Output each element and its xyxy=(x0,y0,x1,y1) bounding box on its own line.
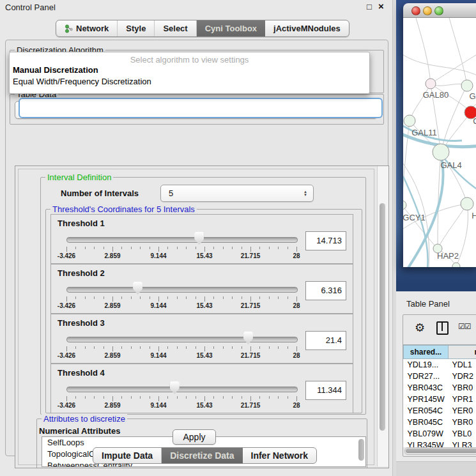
axis-tick-label: -3.426 xyxy=(47,252,86,259)
float-window-icon[interactable]: □ xyxy=(367,2,372,12)
tick-mark xyxy=(112,296,113,302)
table-cell[interactable]: YER054C xyxy=(404,405,449,417)
network-node[interactable] xyxy=(426,79,436,89)
threshold-slider-thumb[interactable] xyxy=(133,282,142,295)
tick-mark xyxy=(104,296,104,299)
network-node-label: HAP2 xyxy=(437,251,459,261)
table-panel-title: Table Panel xyxy=(406,299,450,309)
gear-icon[interactable]: ⚙ xyxy=(415,321,425,335)
tick-mark xyxy=(196,296,196,299)
threshold-slider-thumb[interactable] xyxy=(243,332,253,344)
table-cell[interactable]: YBL079W xyxy=(404,428,449,440)
bottom-tab-infer-network[interactable]: Infer Network xyxy=(243,448,316,463)
table-column-header[interactable]: shared... xyxy=(404,346,449,359)
tab-label: jActiveMNodules xyxy=(273,24,341,33)
axis-tick-label: 21.715 xyxy=(231,402,270,409)
table-row[interactable]: YBR043CYBR0 xyxy=(404,382,476,394)
close-traffic-light-icon[interactable] xyxy=(411,6,420,15)
table-cell[interactable]: YBR0 xyxy=(449,382,476,394)
threshold-value-field[interactable]: 14.713 xyxy=(305,231,346,250)
tick-mark xyxy=(250,296,251,302)
attributes-list-scrollbar[interactable] xyxy=(358,439,364,461)
table-row[interactable]: YBL079WYBL0 xyxy=(404,428,476,440)
table-cell[interactable]: YDL19... xyxy=(404,359,449,371)
threshold-slider-track[interactable] xyxy=(66,387,298,392)
network-node[interactable] xyxy=(461,80,473,91)
apply-button[interactable]: Apply xyxy=(173,429,216,445)
tab-network[interactable]: Network xyxy=(56,20,118,36)
node-attribute-table[interactable]: shared...naYDL19...YDL1YDR27...YDR2YBR04… xyxy=(403,344,476,447)
minimize-traffic-light-icon[interactable] xyxy=(423,6,432,15)
table-cell[interactable]: YBR043C xyxy=(404,382,449,394)
number-of-intervals-combobox[interactable]: 5 ▲▼ xyxy=(160,185,314,202)
table-row[interactable]: YBR045CYBR0 xyxy=(404,417,476,428)
settings-scrollbar-thumb[interactable] xyxy=(380,203,385,431)
threshold-value-field[interactable]: 6.316 xyxy=(305,281,346,300)
tick-mark xyxy=(296,346,297,351)
table-cell[interactable]: YDR2 xyxy=(449,371,476,382)
checked-box-icon[interactable]: ☑☑ xyxy=(458,322,471,331)
network-node[interactable] xyxy=(433,144,449,160)
table-row[interactable]: YDL19...YDL1 xyxy=(404,359,476,371)
tick-mark xyxy=(104,346,104,349)
bottom-tab-impute-data[interactable]: Impute Data xyxy=(93,448,162,463)
tab-select[interactable]: Select xyxy=(155,20,196,36)
algorithm-option-2[interactable]: Equal Width/Frequency Discretization xyxy=(12,77,367,88)
network-node[interactable] xyxy=(461,197,473,210)
network-node[interactable] xyxy=(404,115,415,127)
tab-label: Cyni Toolbox xyxy=(205,24,257,33)
columns-icon[interactable] xyxy=(436,321,449,335)
table-row[interactable]: YLR345WYLR3 xyxy=(404,440,476,447)
tick-mark xyxy=(150,346,150,349)
algorithm-option-1[interactable]: Manual Discretization xyxy=(12,65,367,76)
network-node[interactable] xyxy=(452,263,460,267)
table-cell[interactable]: YBL0 xyxy=(449,428,476,440)
network-window-titlebar[interactable] xyxy=(403,3,476,18)
settings-vertical-scrollbar[interactable] xyxy=(377,166,388,466)
table-cell[interactable]: YDR27... xyxy=(404,371,449,382)
axis-tick-label: 15.43 xyxy=(185,252,224,259)
tab-label: Network xyxy=(76,24,109,33)
table-cell[interactable]: YPR1 xyxy=(449,394,476,405)
bottom-tab-discretize-data[interactable]: Discretize Data xyxy=(162,448,242,463)
tick-mark xyxy=(177,396,178,399)
table-cell[interactable]: YER0 xyxy=(449,405,476,417)
threshold-value-field[interactable]: 21.4 xyxy=(305,331,346,350)
table-row[interactable]: YER054CYER0 xyxy=(404,405,476,417)
threshold-slider-track[interactable] xyxy=(66,287,298,293)
control-panel-titlebar: Control Panel □ × xyxy=(0,0,392,14)
threshold-slider-track[interactable] xyxy=(66,337,298,342)
table-column-header[interactable]: na xyxy=(449,346,476,359)
algorithm-combobox[interactable] xyxy=(19,98,383,118)
axis-tick-label: 2.859 xyxy=(93,402,132,409)
close-panel-icon[interactable]: × xyxy=(378,1,384,12)
table-cell[interactable]: YBR045C xyxy=(404,417,449,428)
tab-cyni-toolbox[interactable]: Cyni Toolbox xyxy=(197,20,265,36)
table-cell[interactable]: YBR0 xyxy=(449,417,476,428)
table-panel-footer-strip xyxy=(396,461,476,476)
table-cell[interactable]: YDL1 xyxy=(449,359,476,371)
network-graph-canvas[interactable]: GAL80GACGAL11GAL4GCY1HHAP2 xyxy=(403,18,476,267)
table-row[interactable]: YDR27...YDR2 xyxy=(404,371,476,382)
table-cell[interactable]: YLR345W xyxy=(404,440,449,447)
threshold-slider-thumb[interactable] xyxy=(170,381,180,394)
threshold-slider-thumb[interactable] xyxy=(194,232,204,245)
table-row[interactable]: YPR145WYPR1 xyxy=(404,394,476,405)
tick-mark xyxy=(158,346,159,351)
tab-style[interactable]: Style xyxy=(118,20,155,36)
table-cell[interactable]: YPR145W xyxy=(404,394,449,405)
tick-mark xyxy=(296,296,297,302)
table-horizontal-scrollbar[interactable] xyxy=(404,447,476,455)
threshold-slider-track[interactable] xyxy=(66,237,298,243)
tick-mark xyxy=(250,247,251,252)
axis-tick-label: 15.43 xyxy=(185,402,224,409)
threshold-value-field[interactable]: 11.344 xyxy=(305,381,346,400)
tick-mark xyxy=(259,346,260,349)
number-of-intervals-value: 5 xyxy=(161,188,300,198)
tab-jactivemnodules[interactable]: jActiveMNodules xyxy=(265,20,349,36)
network-node[interactable] xyxy=(403,201,406,210)
zoom-traffic-light-icon[interactable] xyxy=(434,6,443,15)
panel-title: Control Panel xyxy=(5,3,56,12)
table-hscrollbar-thumb[interactable] xyxy=(406,449,476,453)
table-cell[interactable]: YLR3 xyxy=(449,440,476,447)
